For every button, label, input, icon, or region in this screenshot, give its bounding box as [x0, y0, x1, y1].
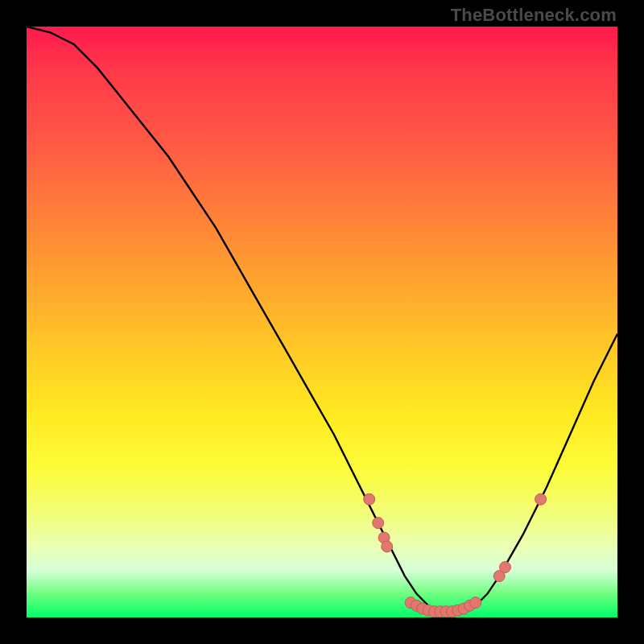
highlight-dot [382, 541, 393, 552]
chart-svg [27, 27, 617, 617]
highlight-dot [500, 562, 511, 573]
highlight-dot [373, 518, 384, 529]
highlight-dot [470, 597, 481, 609]
highlight-dot [364, 493, 375, 505]
highlight-dot [535, 493, 547, 505]
plot-area [27, 27, 617, 617]
chart-frame: TheBottleneck.com [0, 0, 644, 644]
highlight-dots-group [364, 493, 547, 617]
watermark-text: TheBottleneck.com [451, 5, 617, 26]
bottleneck-curve [27, 27, 617, 612]
